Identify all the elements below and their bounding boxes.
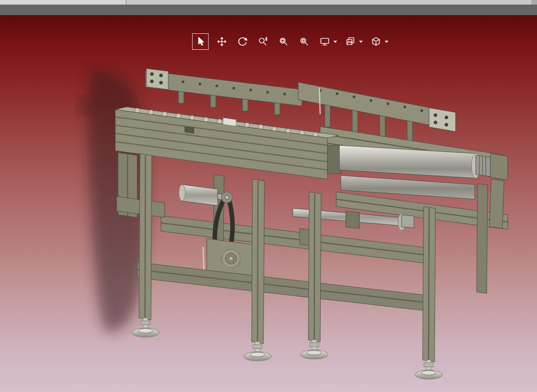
display-style-icon xyxy=(319,36,330,47)
menu-toolbar-strip xyxy=(0,5,537,16)
cad-viewport[interactable] xyxy=(0,15,537,392)
cross-beam-lower xyxy=(137,262,425,311)
pan-tool-button[interactable] xyxy=(215,34,229,49)
heads-up-view-toolbar xyxy=(192,32,388,51)
zoom-in-out-button[interactable] xyxy=(256,34,270,49)
display-style-dropdown-caret[interactable] xyxy=(333,41,337,43)
leveling-foot xyxy=(301,340,328,359)
view-orientation-group xyxy=(369,34,388,49)
apply-scene-group xyxy=(343,34,363,49)
leveling-feet xyxy=(132,318,442,379)
top-toolbar-right-edge xyxy=(532,0,537,5)
guard-rail-left xyxy=(145,69,302,115)
leveling-foot xyxy=(244,342,271,361)
apply-scene-button[interactable] xyxy=(343,34,358,49)
rotate-view-icon xyxy=(236,36,248,48)
pan-icon xyxy=(216,36,227,47)
apply-scene-dropdown-caret[interactable] xyxy=(359,41,363,43)
apply-scene-icon xyxy=(345,36,356,47)
view-orientation-cube-icon xyxy=(371,36,381,47)
zoom-to-fit-button[interactable] xyxy=(297,34,311,49)
zoom-in-out-icon xyxy=(258,36,268,47)
select-arrow-icon xyxy=(195,36,206,47)
top-toolbar-strip xyxy=(0,0,537,5)
leveling-foot xyxy=(415,360,442,379)
zoom-to-area-icon xyxy=(278,36,289,47)
top-toolbar-left-segment xyxy=(0,0,126,5)
conveyor-3d-model xyxy=(0,15,537,392)
rotate-view-button[interactable] xyxy=(235,34,250,49)
zoom-to-fit-icon xyxy=(299,36,310,47)
view-orientation-dropdown-caret[interactable] xyxy=(385,41,388,43)
select-tool-button[interactable] xyxy=(192,33,209,50)
display-style-group xyxy=(317,34,337,49)
display-style-button[interactable] xyxy=(317,34,332,49)
view-orientation-button[interactable] xyxy=(369,34,383,49)
leveling-foot xyxy=(132,318,159,337)
zoom-to-area-button[interactable] xyxy=(276,34,291,49)
